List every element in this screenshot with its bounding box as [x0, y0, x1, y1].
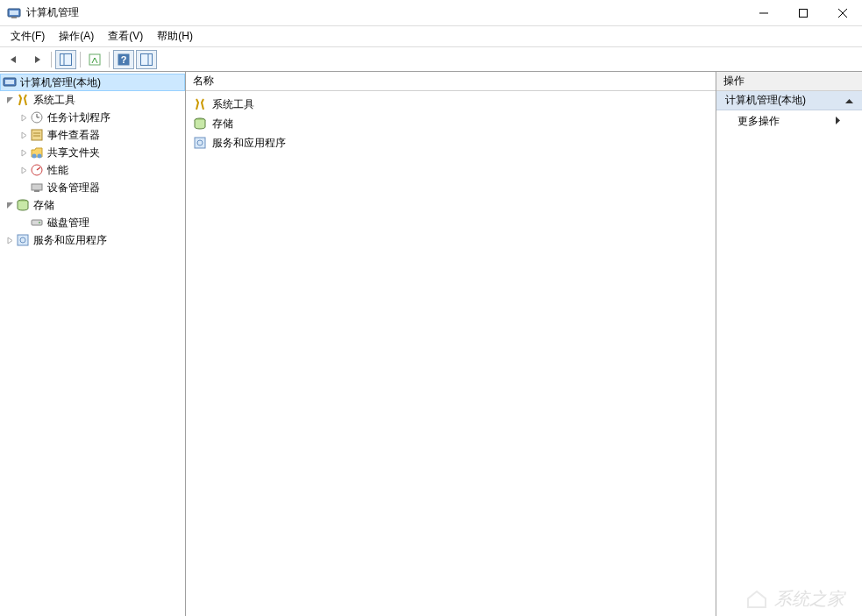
tree-label: 计算机管理(本地)	[20, 75, 104, 90]
tree-label: 系统工具	[33, 93, 79, 108]
shared-folder-icon	[30, 145, 44, 159]
forward-button[interactable]	[26, 50, 47, 69]
services-icon	[193, 136, 207, 150]
tree-root[interactable]: 计算机管理(本地)	[0, 74, 185, 91]
svg-rect-7	[61, 53, 72, 65]
close-button[interactable]	[823, 0, 862, 26]
titlebar: 计算机管理	[0, 0, 862, 26]
tree-storage[interactable]: 存储	[0, 196, 185, 214]
tree-device-manager[interactable]: 设备管理器	[0, 179, 185, 196]
disk-icon	[30, 216, 44, 230]
expand-icon[interactable]	[18, 114, 30, 122]
menu-file[interactable]: 文件(F)	[4, 25, 52, 47]
svg-rect-34	[195, 138, 205, 148]
svg-rect-26	[32, 184, 42, 190]
collapse-icon[interactable]	[4, 202, 16, 209]
actions-more[interactable]: 更多操作	[716, 110, 862, 131]
maximize-button[interactable]	[783, 0, 823, 26]
tools-icon	[16, 93, 30, 107]
tree-system-tools[interactable]: 系统工具	[0, 91, 185, 109]
list-label: 存储	[212, 117, 233, 131]
list-label: 服务和应用程序	[212, 136, 286, 151]
help-button[interactable]: ?	[113, 50, 134, 69]
back-button[interactable]	[4, 50, 25, 69]
services-icon	[16, 233, 30, 247]
actions-group[interactable]: 计算机管理(本地)	[716, 91, 862, 110]
expand-icon[interactable]	[18, 131, 30, 139]
tree-services-apps[interactable]: 服务和应用程序	[0, 231, 185, 249]
tree-label: 磁盘管理	[47, 216, 93, 230]
svg-rect-12	[141, 53, 153, 65]
list-item-storage[interactable]: 存储	[186, 114, 716, 133]
svg-rect-19	[32, 130, 42, 140]
device-manager-icon	[30, 181, 44, 195]
svg-rect-15	[5, 80, 14, 84]
menubar: 文件(F) 操作(A) 查看(V) 帮助(H)	[0, 26, 862, 47]
window-title: 计算机管理	[26, 5, 744, 20]
svg-point-22	[32, 154, 37, 159]
tools-icon	[193, 97, 207, 111]
event-viewer-icon	[30, 128, 44, 142]
tree-panel[interactable]: 计算机管理(本地) 系统工具 任务计划程序 事件查看器 共享文件夹 性能	[0, 72, 186, 616]
actions-panel: 操作 计算机管理(本地) 更多操作	[716, 72, 862, 616]
tree-disk-management[interactable]: 磁盘管理	[0, 214, 185, 231]
svg-rect-9	[89, 54, 100, 65]
column-header-name[interactable]: 名称	[186, 72, 716, 91]
tree-label: 设备管理器	[47, 181, 103, 195]
svg-rect-4	[799, 9, 807, 17]
svg-rect-27	[34, 190, 39, 192]
toolbar-separator	[80, 52, 81, 67]
svg-rect-29	[32, 220, 42, 225]
expand-icon[interactable]	[18, 166, 30, 174]
svg-rect-1	[10, 11, 18, 15]
list-item-services-apps[interactable]: 服务和应用程序	[186, 133, 716, 152]
tree-label: 任务计划程序	[47, 110, 114, 125]
toolbar-separator	[51, 52, 52, 67]
storage-icon	[193, 117, 207, 131]
collapse-up-icon	[845, 95, 853, 107]
list-item-system-tools[interactable]: 系统工具	[186, 95, 716, 114]
tree-label: 存储	[33, 198, 58, 213]
content-area: 计算机管理(本地) 系统工具 任务计划程序 事件查看器 共享文件夹 性能	[0, 72, 862, 616]
actions-group-label: 计算机管理(本地)	[725, 93, 806, 108]
actions-header: 操作	[716, 72, 862, 91]
expand-icon[interactable]	[18, 149, 30, 157]
tree-shared-folders[interactable]: 共享文件夹	[0, 144, 185, 161]
properties-button[interactable]	[84, 50, 105, 69]
tree-label: 服务和应用程序	[33, 233, 110, 248]
toolbar-separator	[109, 52, 110, 67]
performance-icon	[30, 163, 44, 177]
tree-event-viewer[interactable]: 事件查看器	[0, 126, 185, 144]
toolbar: ?	[0, 47, 862, 72]
minimize-button[interactable]	[744, 0, 783, 26]
menu-help[interactable]: 帮助(H)	[150, 25, 200, 47]
main-list[interactable]: 系统工具 存储 服务和应用程序	[186, 91, 716, 616]
actions-item-label: 更多操作	[737, 114, 780, 129]
tree-label: 共享文件夹	[47, 145, 103, 160]
menu-view[interactable]: 查看(V)	[101, 25, 150, 47]
app-icon	[7, 6, 21, 20]
svg-point-30	[39, 222, 40, 223]
clock-icon	[30, 110, 44, 124]
svg-text:?: ?	[121, 54, 127, 65]
show-hide-actions-button[interactable]	[136, 50, 157, 69]
collapse-icon[interactable]	[4, 96, 16, 104]
chevron-right-icon	[836, 115, 841, 127]
svg-point-23	[38, 154, 42, 159]
expand-icon[interactable]	[4, 237, 16, 244]
tree-task-scheduler[interactable]: 任务计划程序	[0, 109, 185, 126]
computer-mgmt-icon	[3, 75, 17, 89]
show-hide-tree-button[interactable]	[55, 50, 76, 69]
tree-performance[interactable]: 性能	[0, 161, 185, 179]
svg-rect-2	[11, 17, 17, 18]
main-panel: 名称 系统工具 存储 服务和应用程序	[186, 72, 716, 616]
tree-label: 性能	[47, 163, 72, 178]
tree-label: 事件查看器	[47, 128, 103, 143]
storage-icon	[16, 198, 30, 212]
svg-rect-31	[18, 235, 28, 245]
list-label: 系统工具	[212, 97, 254, 112]
menu-action[interactable]: 操作(A)	[52, 25, 101, 47]
